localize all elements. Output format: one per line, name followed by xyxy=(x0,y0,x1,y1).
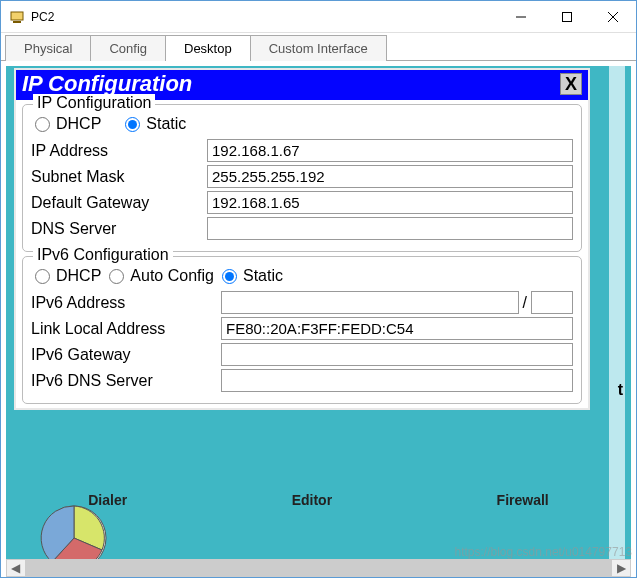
ip-configuration-dialog: IP Configuration X IP Configuration DHCP… xyxy=(14,68,590,410)
ipv6-address-label: IPv6 Address xyxy=(31,294,221,312)
ipv6-static-radio[interactable]: Static xyxy=(222,267,283,285)
ipv4-dhcp-label: DHCP xyxy=(56,115,101,133)
subnet-mask-label: Subnet Mask xyxy=(31,168,207,186)
link-local-field[interactable] xyxy=(221,317,573,340)
ipv6-auto-label: Auto Config xyxy=(130,267,214,285)
ipv6-prefix-field[interactable] xyxy=(531,291,573,314)
ipv6-section: IPv6 Configuration DHCP Auto Config Stat… xyxy=(22,256,582,404)
dns-server-field[interactable] xyxy=(207,217,573,240)
maximize-button[interactable] xyxy=(544,1,590,33)
horizontal-scrollbar[interactable]: ◀ ▶ xyxy=(6,559,631,577)
traffic-generator-icon[interactable] xyxy=(36,500,112,564)
scroll-left-button[interactable]: ◀ xyxy=(7,560,24,576)
scroll-thumb[interactable] xyxy=(25,560,612,576)
scroll-right-button[interactable]: ▶ xyxy=(613,560,630,576)
app-icon xyxy=(9,9,25,25)
desktop-label-editor: Editor xyxy=(292,492,332,508)
close-button[interactable] xyxy=(590,1,636,33)
ipv4-static-label: Static xyxy=(146,115,186,133)
ipv4-dhcp-radio[interactable]: DHCP xyxy=(35,115,101,133)
tab-desktop[interactable]: Desktop xyxy=(165,35,251,61)
ipv6-legend: IPv6 Configuration xyxy=(33,246,173,264)
ipv6-dns-field[interactable] xyxy=(221,369,573,392)
ipv6-dhcp-label: DHCP xyxy=(56,267,101,285)
ipv6-dhcp-radio[interactable]: DHCP xyxy=(35,267,101,285)
subnet-mask-field[interactable] xyxy=(207,165,573,188)
svg-rect-1 xyxy=(13,21,21,23)
desktop-workspace: t Dialer Editor Firewall IP Configuratio… xyxy=(6,66,631,564)
ipv6-mode-row: DHCP Auto Config Static xyxy=(35,267,573,285)
ipv6-dns-label: IPv6 DNS Server xyxy=(31,372,221,390)
ipv4-section: IP Configuration DHCP Static IP Address … xyxy=(22,104,582,252)
desktop-label-firewall: Firewall xyxy=(497,492,549,508)
window-title: PC2 xyxy=(31,10,498,24)
tab-custom-interface[interactable]: Custom Interface xyxy=(250,35,387,61)
ipv4-legend: IP Configuration xyxy=(33,94,155,112)
window-titlebar: PC2 xyxy=(1,1,636,33)
desktop-side-strip xyxy=(609,66,625,564)
watermark: https://blog.csdn.net/u014797713 xyxy=(455,545,632,559)
ipv6-prefix-slash: / xyxy=(523,294,527,312)
ipv6-gateway-field[interactable] xyxy=(221,343,573,366)
default-gateway-field[interactable] xyxy=(207,191,573,214)
ipv4-mode-row: DHCP Static xyxy=(35,115,573,133)
ip-address-field[interactable] xyxy=(207,139,573,162)
partial-letter: t xyxy=(618,381,623,399)
default-gateway-label: Default Gateway xyxy=(31,194,207,212)
ipv6-address-field[interactable] xyxy=(221,291,519,314)
svg-rect-0 xyxy=(11,12,23,20)
ipv6-static-label: Static xyxy=(243,267,283,285)
tab-bar: Physical Config Desktop Custom Interface xyxy=(1,33,636,61)
ip-address-label: IP Address xyxy=(31,142,207,160)
tab-physical[interactable]: Physical xyxy=(5,35,91,61)
svg-rect-3 xyxy=(563,12,572,21)
dialog-close-button[interactable]: X xyxy=(560,73,582,95)
minimize-button[interactable] xyxy=(498,1,544,33)
link-local-label: Link Local Address xyxy=(31,320,221,338)
dns-server-label: DNS Server xyxy=(31,220,207,238)
ipv4-static-radio[interactable]: Static xyxy=(125,115,186,133)
tab-config[interactable]: Config xyxy=(90,35,166,61)
ipv6-auto-radio[interactable]: Auto Config xyxy=(109,267,214,285)
ipv6-gateway-label: IPv6 Gateway xyxy=(31,346,221,364)
